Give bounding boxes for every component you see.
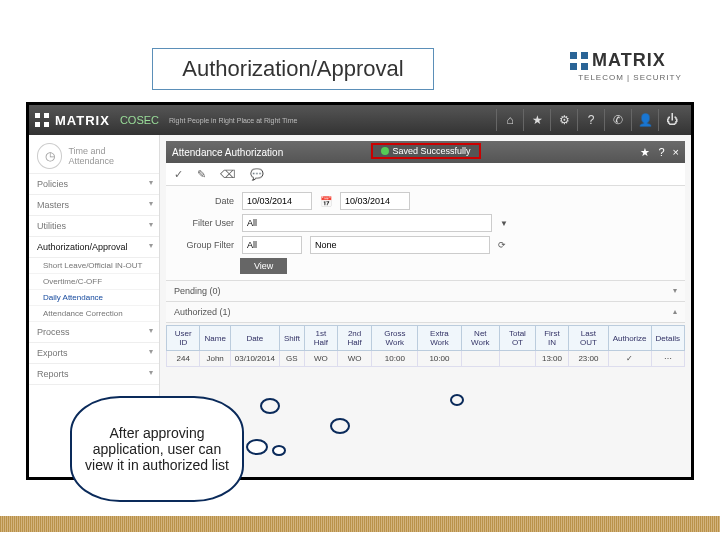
save-icon[interactable]: ✓: [174, 168, 183, 181]
clock-icon: ◷: [37, 143, 62, 169]
app-brand-icon: [35, 113, 49, 127]
col-1st-half[interactable]: 1st Half: [304, 326, 337, 351]
app-topbar: MATRIX COSEC Right People in Right Place…: [29, 105, 691, 135]
accordion-authorized[interactable]: Authorized (1) ▴: [166, 302, 685, 323]
sidebar-group-utilities[interactable]: Utilities: [29, 216, 159, 237]
date-from-input[interactable]: [242, 192, 312, 210]
edit-icon[interactable]: ✎: [197, 168, 206, 181]
sidebar-group-process[interactable]: Process: [29, 322, 159, 343]
app-name: COSEC: [120, 114, 159, 126]
col-gross-work[interactable]: Gross Work: [372, 326, 418, 351]
sidebar-sub-daily-attendance[interactable]: Daily Attendance: [29, 290, 159, 306]
col-shift[interactable]: Shift: [279, 326, 304, 351]
gear-icon[interactable]: ⚙: [550, 109, 577, 131]
brand-logo-block: MATRIX TELECOM | SECURITY: [570, 50, 690, 82]
star-icon[interactable]: ★: [523, 109, 550, 131]
calendar-icon[interactable]: 📅: [320, 196, 332, 207]
authorize-checkbox[interactable]: ✓: [608, 351, 651, 367]
panel-title: Attendance Authorization: [172, 147, 283, 158]
footer-strip: [0, 516, 720, 532]
sidebar-group-policies[interactable]: Policies: [29, 174, 159, 195]
col-2nd-half[interactable]: 2nd Half: [337, 326, 372, 351]
col-user-id[interactable]: User ID: [167, 326, 200, 351]
group-filter-extra[interactable]: [310, 236, 490, 254]
filter-user-select[interactable]: [242, 214, 492, 232]
col-extra-work[interactable]: Extra Work: [418, 326, 461, 351]
sidebar-sub-short-leave[interactable]: Short Leave/Official IN-OUT: [29, 258, 159, 274]
brand-logo-icon: [570, 52, 588, 70]
home-icon[interactable]: ⌂: [496, 109, 523, 131]
slide-title-text: Authorization/Approval: [182, 56, 403, 82]
panel-help-icon[interactable]: ?: [658, 146, 664, 159]
accordion-pending[interactable]: Pending (0) ▾: [166, 281, 685, 302]
filter-refresh-icon[interactable]: ⟳: [498, 240, 506, 250]
toast-text: Saved Successfully: [392, 146, 470, 156]
sidebar-module-label: Time and Attendance: [68, 146, 151, 166]
erase-icon[interactable]: ⌫: [220, 168, 236, 181]
sidebar-module[interactable]: ◷ Time and Attendance: [29, 139, 159, 174]
accordion-pending-label: Pending (0): [174, 286, 221, 296]
date-to-input[interactable]: [340, 192, 410, 210]
filter-user-label: Filter User: [174, 218, 234, 228]
sidebar-group-masters[interactable]: Masters: [29, 195, 159, 216]
callout-bubble-icon: [260, 398, 280, 414]
filters-panel: Date 📅 Filter User ▼ Group Filter ⟳ View: [166, 186, 685, 281]
col-details[interactable]: Details: [651, 326, 685, 351]
col-first-in[interactable]: First IN: [535, 326, 568, 351]
sidebar-group-authorization[interactable]: Authorization/Approval: [29, 237, 159, 258]
help-icon[interactable]: ?: [577, 109, 604, 131]
details-button[interactable]: ⋯: [651, 351, 685, 367]
group-filter-label: Group Filter: [174, 240, 234, 250]
callout-cloud: After approving application, user can vi…: [70, 396, 244, 502]
callout-bubble-icon: [330, 418, 350, 434]
chevron-up-icon: ▴: [673, 307, 677, 317]
accordion-authorized-label: Authorized (1): [174, 307, 231, 317]
col-net-work[interactable]: Net Work: [461, 326, 499, 351]
sidebar-group-reports[interactable]: Reports: [29, 364, 159, 385]
slide-title: Authorization/Approval: [152, 48, 434, 90]
pin-icon[interactable]: ★: [640, 146, 650, 159]
success-dot-icon: [380, 147, 388, 155]
date-label: Date: [174, 196, 234, 206]
sidebar-sub-overtime[interactable]: Overtime/C-OFF: [29, 274, 159, 290]
close-icon[interactable]: ×: [673, 146, 679, 159]
brand-logo-subtitle: TELECOM | SECURITY: [570, 73, 690, 82]
col-total-ot[interactable]: Total OT: [500, 326, 536, 351]
phone-icon[interactable]: ✆: [604, 109, 631, 131]
app-tagline: Right People in Right Place at Right Tim…: [169, 117, 297, 124]
comment-icon[interactable]: 💬: [250, 168, 264, 181]
sidebar-sub-attendance-correction[interactable]: Attendance Correction: [29, 306, 159, 322]
table-row[interactable]: 244 John 03/10/2014 GS WO WO 10:00 10:00…: [167, 351, 685, 367]
app-brand-word: MATRIX: [55, 113, 110, 128]
col-date[interactable]: Date: [230, 326, 279, 351]
col-last-out[interactable]: Last OUT: [569, 326, 609, 351]
user-icon[interactable]: 👤: [631, 109, 658, 131]
group-filter-select[interactable]: [242, 236, 302, 254]
toast-saved: Saved Successfully: [370, 143, 480, 159]
power-icon[interactable]: ⏻: [658, 109, 685, 131]
authorized-table: User ID Name Date Shift 1st Half 2nd Hal…: [166, 325, 685, 367]
toolbar: ✓ ✎ ⌫ 💬: [166, 163, 685, 186]
col-authorize[interactable]: Authorize: [608, 326, 651, 351]
app-brand: MATRIX COSEC Right People in Right Place…: [35, 113, 297, 128]
chevron-down-icon: ▾: [673, 286, 677, 296]
callout-text: After approving application, user can vi…: [82, 425, 232, 473]
callout-bubble-icon: [450, 394, 464, 406]
panel-header: Attendance Authorization Saved Successfu…: [166, 141, 685, 163]
sidebar-group-exports[interactable]: Exports: [29, 343, 159, 364]
brand-logo-word: MATRIX: [592, 50, 666, 71]
chevron-down-icon[interactable]: ▼: [500, 219, 508, 228]
view-button[interactable]: View: [240, 258, 287, 274]
col-name[interactable]: Name: [200, 326, 230, 351]
